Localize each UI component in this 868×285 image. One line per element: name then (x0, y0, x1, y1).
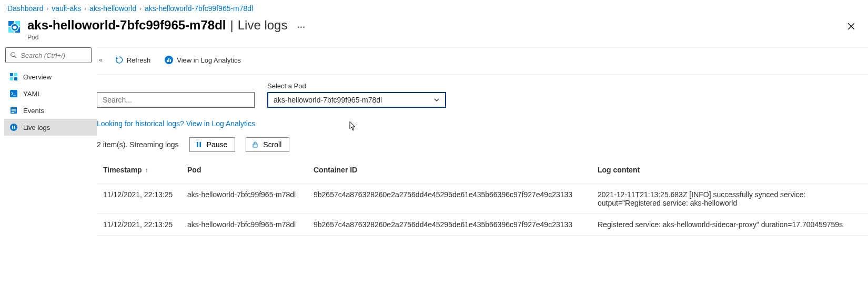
table-cell: 11/12/2021, 22:13:25 (97, 214, 181, 236)
chevron-down-icon (433, 97, 440, 103)
sidebar-search-input[interactable] (21, 52, 87, 59)
pod-select-dropdown[interactable]: aks-helloworld-7bfc99f965-m78dl (267, 92, 446, 108)
refresh-button[interactable]: Refresh (112, 54, 154, 66)
title-divider: | (228, 18, 235, 33)
view-log-analytics-button[interactable]: View in Log Analytics (161, 53, 244, 67)
lock-icon (251, 141, 259, 148)
pause-button[interactable]: Pause (189, 137, 236, 152)
svg-rect-10 (14, 77, 17, 80)
table-cell: aks-helloworld-7bfc99f965-m78dl (181, 184, 307, 214)
page-subtitle: Pod (27, 34, 842, 41)
sidebar-item-label: YAML (23, 90, 41, 98)
table-cell: 2021-12-11T21:13:25.683Z [INFO] successf… (591, 184, 868, 214)
col-header-log-content[interactable]: Log content (591, 160, 868, 184)
sort-arrow-icon: ↑ (145, 167, 148, 174)
table-cell: 9b2657c4a876328260e2a2756dd4e45295de61e4… (307, 184, 591, 214)
svg-rect-23 (197, 142, 198, 147)
search-icon (10, 52, 17, 59)
page-header: aks-helloworld-7bfc99f965-m78dl | Live l… (0, 16, 868, 47)
sidebar-item-overview[interactable]: Overview (4, 68, 97, 85)
view-log-analytics-label: View in Log Analytics (177, 56, 241, 64)
breadcrumb-link[interactable]: vault-aks (52, 4, 81, 13)
pod-select-value: aks-helloworld-7bfc99f965-m78dl (274, 96, 382, 104)
table-cell: Registered service: aks-helloworld-sidec… (591, 214, 868, 236)
svg-rect-13 (12, 109, 16, 110)
sidebar-item-events[interactable]: Events (4, 102, 97, 119)
svg-rect-9 (10, 77, 13, 80)
sidebar: Overview YAML Events Live logs (0, 47, 97, 236)
col-header-timestamp[interactable]: Timestamp↑ (97, 160, 181, 184)
events-icon (9, 106, 18, 115)
svg-rect-20 (167, 60, 168, 62)
table-cell: 11/12/2021, 22:13:25 (97, 184, 181, 214)
close-button[interactable] (842, 18, 861, 36)
more-button[interactable]: … (297, 21, 306, 30)
status-row: 2 item(s). Streaming logs Pause Scroll (97, 132, 868, 160)
log-analytics-icon (164, 55, 174, 65)
breadcrumb-link[interactable]: Dashboard (7, 4, 44, 13)
pause-icon (195, 141, 203, 148)
table-row[interactable]: 11/12/2021, 22:13:25aks-helloworld-7bfc9… (97, 214, 868, 236)
svg-rect-24 (199, 142, 201, 147)
svg-rect-18 (14, 126, 15, 129)
log-search-input[interactable] (97, 92, 255, 108)
yaml-icon (9, 89, 18, 98)
chevron-right-icon: › (84, 5, 86, 12)
svg-line-6 (15, 56, 17, 58)
chevron-right-icon: › (139, 5, 142, 12)
sidebar-item-label: Overview (23, 73, 52, 81)
historical-logs-link[interactable]: Looking for historical logs? View in Log… (97, 115, 255, 132)
overview-icon (9, 73, 18, 81)
table-row[interactable]: 11/12/2021, 22:13:25aks-helloworld-7bfc9… (97, 184, 868, 214)
svg-rect-8 (14, 73, 17, 76)
sidebar-search[interactable] (5, 47, 92, 63)
svg-rect-17 (12, 126, 13, 129)
breadcrumb-link[interactable]: aks-helloworld (89, 4, 136, 13)
svg-rect-22 (170, 59, 171, 62)
page-title-section: Live logs (238, 18, 288, 33)
filter-row: Select a Pod aks-helloworld-7bfc99f965-m… (97, 82, 868, 115)
refresh-label: Refresh (127, 56, 151, 64)
table-cell: aks-helloworld-7bfc99f965-m78dl (181, 214, 307, 236)
pod-select-label: Select a Pod (267, 82, 446, 90)
svg-rect-7 (10, 73, 13, 76)
sidebar-item-label: Live logs (23, 124, 50, 131)
svg-rect-14 (12, 110, 16, 111)
status-text: 2 item(s). Streaming logs (97, 140, 179, 149)
content-area: « Refresh View in Log Analytics Select a… (97, 47, 868, 236)
resource-icon (7, 20, 22, 35)
sidebar-item-label: Events (23, 107, 44, 115)
livelogs-icon (9, 123, 18, 131)
collapse-sidebar-button[interactable]: « (97, 56, 105, 64)
pause-label: Pause (207, 140, 228, 149)
sidebar-item-livelogs[interactable]: Live logs (4, 119, 97, 136)
svg-rect-11 (10, 90, 17, 97)
page-title-name: aks-helloworld-7bfc99f965-m78dl (27, 18, 226, 33)
toolbar: « Refresh View in Log Analytics (97, 48, 868, 75)
svg-point-5 (11, 53, 15, 57)
scroll-label: Scroll (263, 140, 281, 149)
col-header-pod[interactable]: Pod (181, 160, 307, 184)
refresh-icon (115, 56, 124, 64)
breadcrumb-link[interactable]: aks-helloworld-7bfc99f965-m78dl (145, 4, 253, 13)
col-header-container-id[interactable]: Container ID (307, 160, 591, 184)
breadcrumb: Dashboard › vault-aks › aks-helloworld ›… (0, 0, 868, 16)
svg-rect-15 (12, 112, 14, 113)
log-table: Timestamp↑ Pod Container ID Log content … (97, 160, 868, 236)
scroll-button[interactable]: Scroll (246, 137, 289, 152)
svg-point-16 (10, 124, 17, 131)
chevron-right-icon: › (47, 5, 49, 12)
svg-rect-25 (253, 144, 257, 147)
svg-rect-21 (168, 58, 169, 62)
table-cell: 9b2657c4a876328260e2a2756dd4e45295de61e4… (307, 214, 591, 236)
sidebar-item-yaml[interactable]: YAML (4, 85, 97, 102)
